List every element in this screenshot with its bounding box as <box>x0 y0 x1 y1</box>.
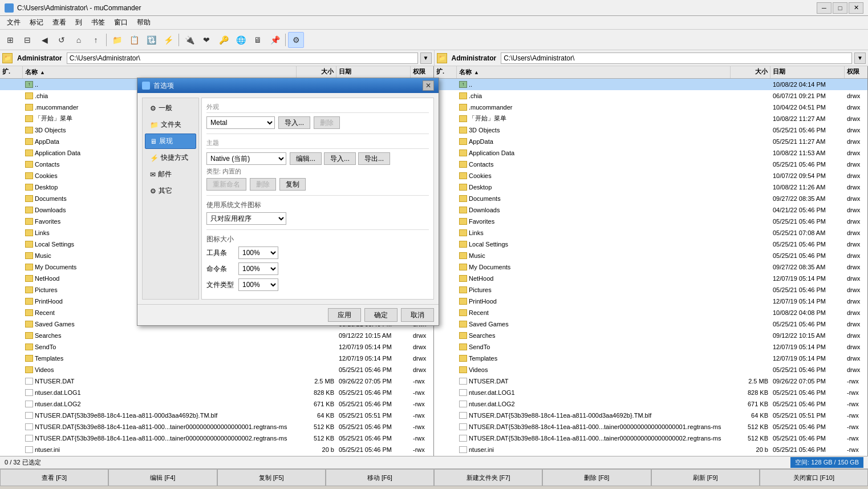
toolbar-back[interactable]: ◀ <box>36 32 52 48</box>
toolbar-copy-window[interactable]: ⊟ <box>19 32 35 48</box>
nav-appearance[interactable]: 🖥 展现 <box>145 134 196 149</box>
shortcuts-icon: ⚡ <box>150 154 159 162</box>
filetype-size-row: 文件类型 100% <box>206 278 429 291</box>
status-space: 空间: 128 GB / 150 GB <box>790 457 863 468</box>
right-location-label: Administrator <box>449 54 499 62</box>
title-bar-controls: ─ □ ✕ <box>817 2 863 14</box>
nav-email[interactable]: ✉ 邮件 <box>145 167 196 182</box>
theme-copy-button[interactable]: 复制 <box>279 178 306 191</box>
apply-button[interactable]: 应用 <box>328 308 361 322</box>
func-edit[interactable]: 编辑 [F4] <box>108 469 217 486</box>
toolbar-up[interactable]: ↑ <box>88 32 104 48</box>
right-location-input[interactable] <box>501 52 852 64</box>
toolbar-size-row: 工具条 100% <box>206 246 429 259</box>
toolbar-size-select[interactable]: 100% <box>238 246 278 259</box>
toolbar-search[interactable]: 🔑 <box>216 32 232 48</box>
func-view[interactable]: 查看 [F3] <box>0 469 108 486</box>
toolbar-size-label: 工具条 <box>206 248 235 258</box>
func-closewindow[interactable]: 关闭窗口 [F10] <box>760 469 868 486</box>
filetype-size-select[interactable]: 100% <box>238 278 278 291</box>
menu-view[interactable]: 查看 <box>48 17 71 29</box>
status-selected: 0 / 32 已选定 <box>5 458 41 467</box>
close-button[interactable]: ✕ <box>849 2 863 14</box>
divider1 <box>206 134 429 134</box>
cancel-button[interactable]: 取消 <box>401 308 434 322</box>
dialog-title-text: 首选项 <box>153 81 419 91</box>
toolbar-screen[interactable]: 🖥 <box>250 32 266 48</box>
func-refresh[interactable]: 刷新 [F9] <box>651 469 760 486</box>
ok-button[interactable]: 确定 <box>364 308 398 322</box>
cmdbar-size-select[interactable]: 100% <box>238 262 278 275</box>
theme-import-button[interactable]: 导入... <box>324 152 356 165</box>
menu-help[interactable]: 帮助 <box>132 17 155 29</box>
toolbar-settings[interactable]: ⚙ <box>288 32 304 48</box>
nav-general-label: 一般 <box>159 103 172 113</box>
func-delete[interactable]: 删除 [F8] <box>542 469 651 486</box>
dialog-main-panel: 外观 Metal 导入... 删除 主题 N <box>201 98 434 300</box>
theme-select[interactable]: Native (当前) <box>206 152 286 165</box>
theme-buttons: 编辑... 导入... 导出... <box>290 152 390 165</box>
title-bar: C:\Users\Administrator\ - muCommander ─ … <box>0 0 868 16</box>
nav-folders[interactable]: 📁 文件夹 <box>145 117 196 132</box>
maximize-button[interactable]: □ <box>833 2 847 14</box>
nav-appearance-label: 展现 <box>159 136 173 146</box>
menu-window[interactable]: 窗口 <box>109 17 132 29</box>
system-icons-select[interactable]: 只对应用程序 <box>206 212 286 225</box>
toolbar-refresh[interactable]: ↺ <box>54 32 70 48</box>
theme-export-button[interactable]: 导出... <box>358 152 390 165</box>
toolbar-home[interactable]: ⌂ <box>71 32 87 48</box>
menu-bookmark[interactable]: 书签 <box>87 17 109 29</box>
toolbar-new-window[interactable]: ⊞ <box>2 32 18 48</box>
main-content: 扩. 名称 ▲ 大小 日期 权限 ↑.. 10/08/22 04:14 PM .… <box>0 66 868 456</box>
system-icons-label: 使用系统文件图标 <box>206 200 429 210</box>
func-bar: 查看 [F3] 编辑 [F4] 复制 [F5] 移动 [F6] 新建文件夹 [F… <box>0 468 868 486</box>
toolbar-sep3 <box>285 34 286 46</box>
general-icon: ⚙ <box>150 104 156 112</box>
theme-action-row: 重新命名 删除 复制 <box>206 178 429 191</box>
toolbar-sep2 <box>179 34 179 46</box>
right-location-pane: 📁 Administrator ▼ <box>435 50 869 66</box>
menu-mark[interactable]: 标记 <box>25 17 48 29</box>
func-newfolder[interactable]: 新建文件夹 [F7] <box>434 469 542 486</box>
appearance-select[interactable]: Metal <box>206 116 275 129</box>
other-icon: ⚙ <box>150 187 156 195</box>
dialog-body: ⚙ 一般 📁 文件夹 🖥 展现 ⚡ 快捷方式 <box>137 93 439 304</box>
menu-file[interactable]: 文件 <box>2 17 25 29</box>
func-copy[interactable]: 复制 [F5] <box>217 469 326 486</box>
nav-email-label: 邮件 <box>158 169 172 179</box>
theme-rename-button[interactable]: 重新命名 <box>206 178 246 191</box>
theme-edit-button[interactable]: 编辑... <box>290 152 322 165</box>
toolbar-sep1 <box>106 34 107 46</box>
toolbar-copy[interactable]: 📋 <box>126 32 142 48</box>
right-location-dropdown[interactable]: ▼ <box>854 52 866 64</box>
nav-shortcuts[interactable]: ⚡ 快捷方式 <box>145 150 196 165</box>
left-location-dropdown[interactable]: ▼ <box>420 52 432 64</box>
toolbar-delete[interactable]: ⚡ <box>160 32 176 48</box>
dialog-close-button[interactable]: ✕ <box>423 80 434 91</box>
minimize-button[interactable]: ─ <box>817 2 832 14</box>
menu-goto[interactable]: 到 <box>71 17 87 29</box>
appearance-section-title: 外观 <box>206 103 429 113</box>
nav-general[interactable]: ⚙ 一般 <box>145 100 196 116</box>
dialog-footer: 应用 确定 取消 <box>137 304 439 325</box>
appearance-import-button[interactable]: 导入... <box>278 116 310 129</box>
toolbar-web[interactable]: 🌐 <box>233 32 249 48</box>
toolbar-newfolder[interactable]: 📁 <box>109 32 125 48</box>
func-move[interactable]: 移动 [F6] <box>326 469 434 486</box>
dialog-nav: ⚙ 一般 📁 文件夹 🖥 展现 ⚡ 快捷方式 <box>142 98 199 300</box>
window-title: C:\Users\Administrator\ - muCommander <box>17 4 141 12</box>
theme-delete-button[interactable]: 删除 <box>250 178 276 191</box>
appearance-icon: 🖥 <box>150 138 157 146</box>
toolbar-connect[interactable]: 🔌 <box>181 32 197 48</box>
icon-size-section: 图标大小 工具条 100% 命令条 100% <box>206 235 429 291</box>
left-location-input[interactable] <box>67 52 418 64</box>
toolbar-move[interactable]: 🔃 <box>143 32 159 48</box>
system-icons-row: 只对应用程序 <box>206 212 429 225</box>
nav-other[interactable]: ⚙ 其它 <box>145 183 196 199</box>
email-icon: ✉ <box>150 171 156 179</box>
theme-section-title: 主题 <box>206 139 429 149</box>
appearance-delete-button[interactable]: 删除 <box>314 116 340 129</box>
toolbar-favorite[interactable]: ❤ <box>198 32 214 48</box>
theme-select-row: Native (当前) 编辑... 导入... 导出... <box>206 152 429 165</box>
toolbar-pin[interactable]: 📌 <box>267 32 283 48</box>
